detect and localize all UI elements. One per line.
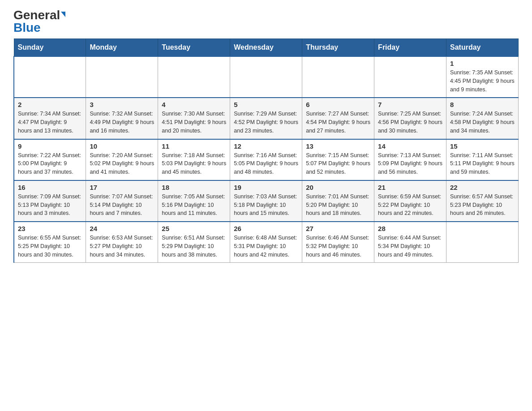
day-number: 5: [234, 101, 298, 108]
day-header-saturday: Saturday: [446, 39, 519, 57]
day-number: 7: [378, 101, 442, 108]
calendar-cell: 24Sunrise: 6:53 AM Sunset: 5:27 PM Dayli…: [86, 222, 158, 263]
calendar-cell: 12Sunrise: 7:16 AM Sunset: 5:05 PM Dayli…: [230, 139, 302, 180]
day-number: 10: [90, 142, 154, 150]
calendar-cell: [230, 56, 302, 98]
day-number: 18: [162, 184, 226, 191]
day-number: 26: [234, 225, 298, 232]
week-row-4: 16Sunrise: 7:09 AM Sunset: 5:13 PM Dayli…: [14, 180, 519, 222]
day-number: 3: [90, 101, 154, 108]
day-info: Sunrise: 7:13 AM Sunset: 5:09 PM Dayligh…: [378, 151, 442, 176]
day-info: Sunrise: 7:32 AM Sunset: 4:49 PM Dayligh…: [90, 110, 154, 135]
week-row-1: 1Sunrise: 7:35 AM Sunset: 4:45 PM Daylig…: [14, 56, 519, 98]
week-row-3: 9Sunrise: 7:22 AM Sunset: 5:00 PM Daylig…: [14, 139, 519, 180]
day-number: 19: [234, 184, 298, 191]
calendar-cell: 7Sunrise: 7:25 AM Sunset: 4:56 PM Daylig…: [374, 98, 446, 139]
day-info: Sunrise: 6:51 AM Sunset: 5:29 PM Dayligh…: [162, 234, 226, 259]
calendar-cell: 9Sunrise: 7:22 AM Sunset: 5:00 PM Daylig…: [14, 139, 86, 180]
day-info: Sunrise: 7:25 AM Sunset: 4:56 PM Dayligh…: [378, 110, 442, 135]
day-number: 17: [90, 184, 154, 191]
day-info: Sunrise: 7:24 AM Sunset: 4:58 PM Dayligh…: [450, 110, 515, 135]
calendar-cell: 3Sunrise: 7:32 AM Sunset: 4:49 PM Daylig…: [86, 98, 158, 139]
calendar-header-row: SundayMondayTuesdayWednesdayThursdayFrid…: [14, 39, 519, 57]
calendar: SundayMondayTuesdayWednesdayThursdayFrid…: [13, 39, 519, 263]
calendar-cell: 2Sunrise: 7:34 AM Sunset: 4:47 PM Daylig…: [14, 98, 86, 139]
calendar-cell: [374, 56, 446, 98]
day-header-thursday: Thursday: [302, 39, 374, 57]
calendar-cell: 18Sunrise: 7:05 AM Sunset: 5:16 PM Dayli…: [158, 180, 230, 222]
calendar-cell: 26Sunrise: 6:48 AM Sunset: 5:31 PM Dayli…: [230, 222, 302, 263]
day-info: Sunrise: 6:46 AM Sunset: 5:32 PM Dayligh…: [306, 234, 370, 259]
day-info: Sunrise: 6:57 AM Sunset: 5:23 PM Dayligh…: [450, 193, 515, 218]
day-info: Sunrise: 7:03 AM Sunset: 5:18 PM Dayligh…: [234, 193, 298, 218]
day-number: 11: [162, 142, 226, 150]
day-number: 27: [306, 225, 370, 232]
calendar-cell: [86, 56, 158, 98]
day-info: Sunrise: 6:48 AM Sunset: 5:31 PM Dayligh…: [234, 234, 298, 259]
calendar-cell: 16Sunrise: 7:09 AM Sunset: 5:13 PM Dayli…: [14, 180, 86, 222]
day-number: 16: [18, 184, 82, 191]
day-info: Sunrise: 7:15 AM Sunset: 5:07 PM Dayligh…: [306, 151, 370, 176]
day-number: 6: [306, 101, 370, 108]
day-number: 1: [450, 60, 515, 67]
calendar-cell: 19Sunrise: 7:03 AM Sunset: 5:18 PM Dayli…: [230, 180, 302, 222]
day-info: Sunrise: 7:29 AM Sunset: 4:52 PM Dayligh…: [234, 110, 298, 135]
day-number: 14: [378, 142, 442, 150]
day-number: 8: [450, 101, 515, 108]
day-number: 4: [162, 101, 226, 108]
day-info: Sunrise: 7:07 AM Sunset: 5:14 PM Dayligh…: [90, 193, 154, 218]
calendar-cell: [302, 56, 374, 98]
calendar-cell: 13Sunrise: 7:15 AM Sunset: 5:07 PM Dayli…: [302, 139, 374, 180]
day-header-sunday: Sunday: [14, 39, 86, 57]
calendar-cell: 17Sunrise: 7:07 AM Sunset: 5:14 PM Dayli…: [86, 180, 158, 222]
day-info: Sunrise: 6:53 AM Sunset: 5:27 PM Dayligh…: [90, 234, 154, 259]
day-number: 22: [450, 184, 515, 191]
day-header-monday: Monday: [86, 39, 158, 57]
page-header: GeneralBlue: [13, 9, 519, 34]
calendar-cell: 22Sunrise: 6:57 AM Sunset: 5:23 PM Dayli…: [446, 180, 519, 222]
day-number: 15: [450, 142, 515, 150]
day-info: Sunrise: 7:01 AM Sunset: 5:20 PM Dayligh…: [306, 193, 370, 218]
day-info: Sunrise: 7:09 AM Sunset: 5:13 PM Dayligh…: [18, 193, 82, 218]
calendar-cell: 6Sunrise: 7:27 AM Sunset: 4:54 PM Daylig…: [302, 98, 374, 139]
calendar-cell: [446, 222, 519, 263]
day-header-wednesday: Wednesday: [230, 39, 302, 57]
day-number: 24: [90, 225, 154, 232]
calendar-cell: 23Sunrise: 6:55 AM Sunset: 5:25 PM Dayli…: [14, 222, 86, 263]
day-info: Sunrise: 7:35 AM Sunset: 4:45 PM Dayligh…: [450, 68, 515, 94]
logo-text: GeneralBlue: [13, 9, 65, 34]
day-info: Sunrise: 7:18 AM Sunset: 5:03 PM Dayligh…: [162, 151, 226, 176]
calendar-cell: 28Sunrise: 6:44 AM Sunset: 5:34 PM Dayli…: [374, 222, 446, 263]
calendar-cell: 20Sunrise: 7:01 AM Sunset: 5:20 PM Dayli…: [302, 180, 374, 222]
week-row-5: 23Sunrise: 6:55 AM Sunset: 5:25 PM Dayli…: [14, 222, 519, 263]
day-info: Sunrise: 7:05 AM Sunset: 5:16 PM Dayligh…: [162, 193, 226, 218]
day-info: Sunrise: 6:44 AM Sunset: 5:34 PM Dayligh…: [378, 234, 442, 259]
calendar-cell: 1Sunrise: 7:35 AM Sunset: 4:45 PM Daylig…: [446, 56, 519, 98]
week-row-2: 2Sunrise: 7:34 AM Sunset: 4:47 PM Daylig…: [14, 98, 519, 139]
day-number: 25: [162, 225, 226, 232]
day-number: 21: [378, 184, 442, 191]
day-header-friday: Friday: [374, 39, 446, 57]
calendar-cell: 21Sunrise: 6:59 AM Sunset: 5:22 PM Dayli…: [374, 180, 446, 222]
calendar-cell: [14, 56, 86, 98]
day-number: 12: [234, 142, 298, 150]
calendar-cell: 25Sunrise: 6:51 AM Sunset: 5:29 PM Dayli…: [158, 222, 230, 263]
day-number: 13: [306, 142, 370, 150]
calendar-cell: 15Sunrise: 7:11 AM Sunset: 5:11 PM Dayli…: [446, 139, 519, 180]
calendar-cell: 14Sunrise: 7:13 AM Sunset: 5:09 PM Dayli…: [374, 139, 446, 180]
day-info: Sunrise: 7:22 AM Sunset: 5:00 PM Dayligh…: [18, 151, 82, 176]
day-info: Sunrise: 6:55 AM Sunset: 5:25 PM Dayligh…: [18, 234, 82, 259]
calendar-cell: 8Sunrise: 7:24 AM Sunset: 4:58 PM Daylig…: [446, 98, 519, 139]
day-info: Sunrise: 7:30 AM Sunset: 4:51 PM Dayligh…: [162, 110, 226, 135]
calendar-cell: [158, 56, 230, 98]
calendar-cell: 27Sunrise: 6:46 AM Sunset: 5:32 PM Dayli…: [302, 222, 374, 263]
day-info: Sunrise: 7:27 AM Sunset: 4:54 PM Dayligh…: [306, 110, 370, 135]
calendar-cell: 10Sunrise: 7:20 AM Sunset: 5:02 PM Dayli…: [86, 139, 158, 180]
day-number: 2: [18, 101, 82, 108]
day-info: Sunrise: 7:11 AM Sunset: 5:11 PM Dayligh…: [450, 151, 515, 176]
day-number: 20: [306, 184, 370, 191]
day-number: 28: [378, 225, 442, 232]
day-number: 23: [18, 225, 82, 232]
day-info: Sunrise: 7:16 AM Sunset: 5:05 PM Dayligh…: [234, 151, 298, 176]
day-number: 9: [18, 142, 82, 150]
